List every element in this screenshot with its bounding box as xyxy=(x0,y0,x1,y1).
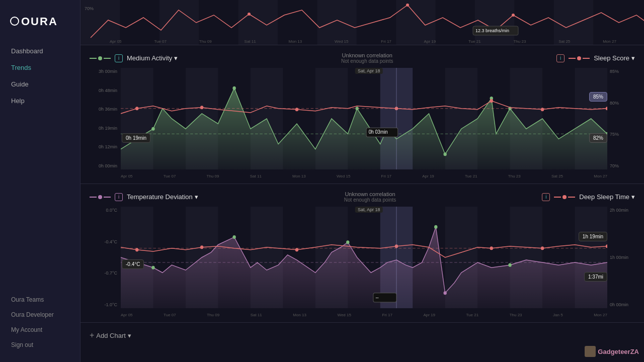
svg-rect-3 xyxy=(317,0,356,45)
chart1-dot-green xyxy=(98,56,102,60)
chart2-x-3: Sat 11 xyxy=(251,313,262,317)
chart2-x-2: Thu 09 xyxy=(207,313,219,317)
chart2-x-7: Apr 19 xyxy=(423,313,435,317)
chart1-info-icon[interactable]: i xyxy=(115,54,123,62)
chart1-right-dropdown-arrow: ▾ xyxy=(631,54,635,62)
chart1-line-green2 xyxy=(104,58,111,59)
sidebar-item-sign-out[interactable]: Sign out xyxy=(5,338,75,352)
chart1-correlation-sub: Not enough data points xyxy=(341,58,393,64)
add-chart-section: + Add Chart ▾ xyxy=(80,323,644,348)
chart2-dot-purple xyxy=(98,195,102,199)
chart2-right-title-text: Deep Sleep Time xyxy=(579,193,629,201)
svg-text:70%: 70% xyxy=(85,6,94,11)
chart1-x-3: Sat 11 xyxy=(250,174,262,178)
chart1-y-label-3: 0h 19min xyxy=(90,126,120,131)
sidebar-bottom: Oura Teams Oura Developer My Account Sig… xyxy=(0,293,80,352)
chart1-svg: 0h 03min xyxy=(121,68,607,169)
chart1-x-11: Mon 27 xyxy=(594,174,607,178)
chart2-right-line-red2 xyxy=(568,197,575,198)
sidebar: OURA Dashboard Trends Guide Help Oura Te… xyxy=(0,0,80,362)
chart2-right-dot-red xyxy=(562,195,567,199)
sidebar-item-dashboard[interactable]: Dashboard xyxy=(5,43,75,59)
chart2-line-indicator xyxy=(90,195,111,199)
chart1-y-label-4: 0h 12min xyxy=(90,144,120,149)
chart1-x-0: Apr 05 xyxy=(121,174,133,178)
chart2-info-icon[interactable]: i xyxy=(115,193,123,201)
chart-medium-activity: i Medium Activity ▾ Unknown correlation … xyxy=(80,45,644,184)
chart1-x-1: Tue 07 xyxy=(164,174,176,178)
chart2-x-10: Jan 5 xyxy=(553,313,563,317)
chart-temperature-deviation: i Temperature Deviation ▾ Unknown correl… xyxy=(80,184,644,323)
svg-point-56 xyxy=(443,291,446,295)
chart2-y-label-3: -1.0°C xyxy=(90,302,120,307)
chart2-x-0: Apr 05 xyxy=(121,313,133,317)
add-chart-label: Add Chart xyxy=(96,332,126,339)
chart2-line-purple2 xyxy=(104,197,111,198)
svg-text:--: -- xyxy=(376,294,379,300)
chart1-x-2: Thu 09 xyxy=(207,174,219,178)
sidebar-item-help[interactable]: Help xyxy=(5,93,75,109)
chart2-right-line-red xyxy=(554,197,561,198)
chart1-header: i Medium Activity ▾ Unknown correlation … xyxy=(90,52,635,64)
chart1-title-btn[interactable]: Medium Activity ▾ xyxy=(127,54,178,62)
chart1-x-4: Mon 13 xyxy=(292,174,306,178)
chart1-y-label-2: 0h 36min xyxy=(90,107,120,112)
chart1-right-line-indicator xyxy=(569,56,590,60)
chart1-y-label-5: 0h 00min xyxy=(90,163,120,168)
chart2-title-btn[interactable]: Temperature Deviation ▾ xyxy=(127,193,198,201)
svg-point-57 xyxy=(508,263,511,267)
svg-point-61 xyxy=(295,248,298,251)
svg-point-54 xyxy=(346,240,349,244)
chart2-correlation: Unknown correlation Not enough data poin… xyxy=(344,191,396,203)
chart2-title-right: i Deep Sleep Time ▾ xyxy=(542,193,635,201)
svg-point-59 xyxy=(135,248,138,251)
chart1-x-6: Fri 17 xyxy=(381,174,391,178)
chart2-header: i Temperature Deviation ▾ Unknown correl… xyxy=(90,191,635,203)
chart1-y-right-0: 85% xyxy=(607,69,635,74)
svg-rect-5 xyxy=(475,0,514,45)
svg-point-36 xyxy=(490,99,493,103)
sidebar-item-oura-developer[interactable]: Oura Developer xyxy=(5,308,75,322)
svg-point-9 xyxy=(406,4,409,7)
chart1-title-text: Medium Activity xyxy=(127,54,172,62)
chart2-y-label-2: -0.7°C xyxy=(90,270,120,276)
chart2-x-1: Tue 07 xyxy=(164,313,176,317)
watermark-thumb xyxy=(585,346,596,357)
chart1-y-right-1: 80% xyxy=(607,101,635,106)
chart2-x-8: Tue 21 xyxy=(466,313,479,317)
chart2-y-label-0: 0.0°C xyxy=(90,208,120,213)
chart1-x-8: Tue 21 xyxy=(465,174,477,178)
chart2-right-title-btn[interactable]: Deep Sleep Time ▾ xyxy=(579,193,635,201)
chart2-correlation-text: Unknown correlation xyxy=(344,191,396,197)
watermark-text: GadgeteerZA xyxy=(598,348,639,355)
sidebar-item-guide[interactable]: Guide xyxy=(5,76,75,92)
chart2-svg: -- xyxy=(121,207,607,308)
chart2-right-info-icon[interactable]: i xyxy=(542,193,550,201)
chart1-right-info-icon[interactable]: i xyxy=(556,54,565,62)
chart1-y-right-2: 75% xyxy=(607,132,635,137)
chart1-y-right-3: 70% xyxy=(607,163,635,168)
chart1-title-left: i Medium Activity ▾ xyxy=(90,54,178,62)
svg-point-25 xyxy=(232,86,235,90)
svg-text:12.3 breaths/min: 12.3 breaths/min xyxy=(475,28,509,33)
chart2-line-purple xyxy=(90,197,97,198)
svg-point-53 xyxy=(232,235,235,239)
chart2-y-label-1: -0.4°C xyxy=(90,239,120,244)
chart1-x-5: Wed 15 xyxy=(337,174,350,178)
chart2-x-11: Mon 27 xyxy=(594,313,607,317)
chart2-x-axis: Apr 05 Tue 07 Thu 09 Sat 11 Mon 13 Wed 1… xyxy=(121,313,607,317)
svg-rect-1 xyxy=(159,0,199,45)
add-chart-button[interactable]: + Add Chart ▾ xyxy=(90,328,131,343)
chart1-right-title-btn[interactable]: Sleep Score ▾ xyxy=(594,54,635,62)
chart1-y-label-1: 0h 48min xyxy=(90,88,120,93)
chart1-title-right: i Sleep Score ▾ xyxy=(556,54,635,62)
sidebar-item-trends[interactable]: Trends xyxy=(5,60,75,75)
chart1-x-axis: Apr 05 Tue 07 Thu 09 Sat 11 Mon 13 Wed 1… xyxy=(121,174,607,178)
svg-rect-6 xyxy=(554,0,593,45)
breathing-chart-partial: 70% 12.3 breaths/min 12.5 breaths/min 12… xyxy=(80,0,644,45)
chart1-x-9: Thu 23 xyxy=(508,174,521,178)
add-chart-arrow: ▾ xyxy=(128,332,131,339)
sidebar-item-oura-teams[interactable]: Oura Teams xyxy=(5,293,75,307)
main-content: 70% 12.3 breaths/min 12.5 breaths/min 12… xyxy=(80,0,644,362)
sidebar-item-my-account[interactable]: My Account xyxy=(5,323,75,337)
